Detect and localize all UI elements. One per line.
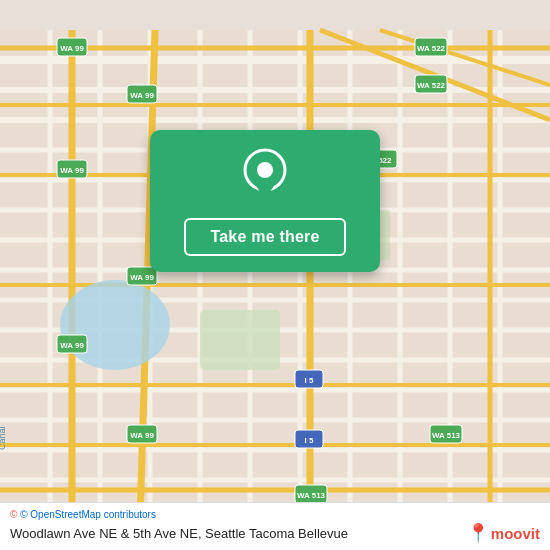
map-container: WA 99 WA 99 WA 99 WA 99 WA 99 WA 99 I 5 … [0,0,550,550]
svg-text:WA 99: WA 99 [130,273,154,282]
moovit-text: moovit [491,525,540,542]
svg-point-71 [257,162,273,178]
svg-text:WA 99: WA 99 [60,341,84,350]
svg-rect-41 [200,310,280,370]
pin-icon-wrapper [241,148,289,208]
svg-text:WA 99: WA 99 [130,91,154,100]
svg-text:I 5: I 5 [305,436,314,445]
svg-text:WA 513: WA 513 [432,431,461,440]
svg-text:WA 522: WA 522 [417,81,446,90]
svg-text:WA 99: WA 99 [60,44,84,53]
svg-text:WA 513: WA 513 [297,491,326,500]
svg-text:Canal: Canal [0,426,7,450]
svg-text:WA 522: WA 522 [417,44,446,53]
location-card: Take me there [150,130,380,272]
svg-point-40 [60,280,170,370]
svg-text:I 5: I 5 [305,376,314,385]
osm-icon: © [10,509,17,520]
location-label: Woodlawn Ave NE & 5th Ave NE, Seattle Ta… [10,522,540,544]
map-pin-icon [241,148,289,204]
take-me-there-button[interactable]: Take me there [184,218,345,256]
osm-link[interactable]: © OpenStreetMap contributors [20,509,156,520]
svg-marker-72 [255,184,275,200]
bottom-bar: © © OpenStreetMap contributors Woodlawn … [0,502,550,550]
location-text-line1: Woodlawn Ave NE & 5th Ave NE, Seattle Ta… [10,526,294,541]
location-text-line2: Bellevue [298,526,348,541]
map-background: WA 99 WA 99 WA 99 WA 99 WA 99 WA 99 I 5 … [0,0,550,550]
osm-credit: © © OpenStreetMap contributors [10,509,540,520]
svg-text:WA 99: WA 99 [130,431,154,440]
moovit-pin-icon: 📍 [467,522,489,544]
location-text: Woodlawn Ave NE & 5th Ave NE, Seattle Ta… [10,526,348,541]
svg-text:WA 99: WA 99 [60,166,84,175]
moovit-logo: 📍 moovit [467,522,540,544]
